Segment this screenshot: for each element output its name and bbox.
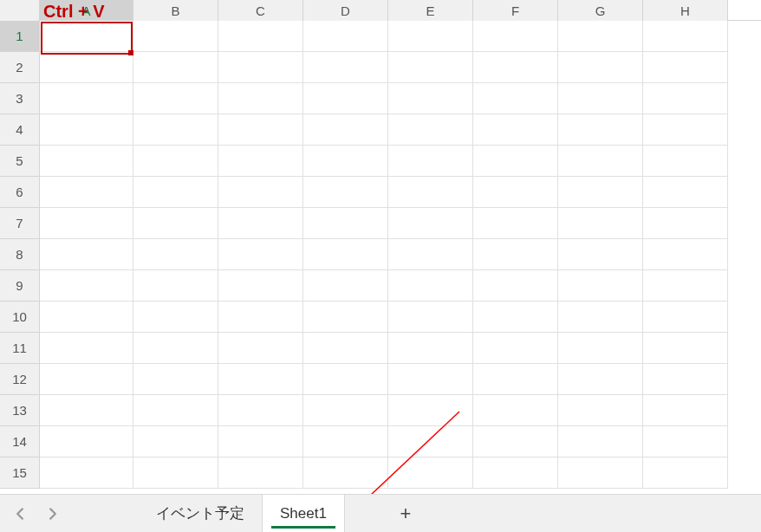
- cell[interactable]: [558, 52, 643, 83]
- column-header[interactable]: E: [388, 0, 473, 21]
- row-header[interactable]: 7: [0, 208, 40, 239]
- cell[interactable]: [643, 457, 728, 489]
- row-header[interactable]: 4: [0, 114, 40, 146]
- cell[interactable]: [643, 302, 728, 333]
- cell[interactable]: [388, 270, 473, 302]
- column-header[interactable]: G: [558, 0, 643, 21]
- cell[interactable]: [473, 426, 558, 457]
- column-header[interactable]: D: [303, 0, 388, 21]
- cell[interactable]: [133, 52, 218, 83]
- cell[interactable]: [133, 302, 218, 333]
- add-sheet-button[interactable]: +: [380, 495, 432, 532]
- cell[interactable]: [558, 146, 643, 177]
- cell[interactable]: [218, 21, 303, 52]
- cell[interactable]: [218, 333, 303, 364]
- column-header[interactable]: F: [473, 0, 558, 21]
- cell[interactable]: [388, 52, 473, 83]
- cell[interactable]: [303, 333, 388, 364]
- row-header[interactable]: 10: [0, 302, 40, 333]
- cell[interactable]: [388, 302, 473, 333]
- cell[interactable]: [473, 146, 558, 177]
- cell[interactable]: [218, 302, 303, 333]
- cell[interactable]: [473, 83, 558, 114]
- cell[interactable]: [218, 146, 303, 177]
- cell[interactable]: [303, 302, 388, 333]
- cell[interactable]: [218, 426, 303, 457]
- cell[interactable]: [643, 146, 728, 177]
- cell[interactable]: [218, 52, 303, 83]
- cell[interactable]: [218, 208, 303, 239]
- cell[interactable]: [40, 239, 133, 270]
- cell[interactable]: [133, 177, 218, 208]
- cell[interactable]: [558, 395, 643, 426]
- cell[interactable]: [643, 426, 728, 457]
- tab-nav-next[interactable]: [45, 495, 61, 533]
- cell[interactable]: [558, 457, 643, 489]
- row-header[interactable]: 5: [0, 146, 40, 177]
- cell[interactable]: [133, 333, 218, 364]
- cell[interactable]: [388, 21, 473, 52]
- cell[interactable]: [40, 333, 133, 364]
- cell[interactable]: [303, 426, 388, 457]
- cell[interactable]: [643, 114, 728, 146]
- cell[interactable]: [303, 177, 388, 208]
- cell[interactable]: [388, 177, 473, 208]
- cell[interactable]: [473, 239, 558, 270]
- cell[interactable]: [473, 457, 558, 489]
- cell[interactable]: [643, 83, 728, 114]
- row-header[interactable]: 9: [0, 270, 40, 302]
- cell[interactable]: [388, 457, 473, 489]
- row-header[interactable]: 2: [0, 52, 40, 83]
- row-header[interactable]: 11: [0, 333, 40, 364]
- cell[interactable]: [40, 302, 133, 333]
- cell[interactable]: [133, 239, 218, 270]
- cell[interactable]: [303, 395, 388, 426]
- cell[interactable]: [388, 426, 473, 457]
- cell[interactable]: [218, 457, 303, 489]
- cell[interactable]: [40, 21, 133, 52]
- cell[interactable]: [133, 426, 218, 457]
- cell[interactable]: [303, 83, 388, 114]
- cell[interactable]: [388, 239, 473, 270]
- cell[interactable]: [473, 208, 558, 239]
- cell[interactable]: [133, 364, 218, 395]
- row-header[interactable]: 1: [0, 21, 40, 52]
- cell[interactable]: [303, 114, 388, 146]
- cell[interactable]: [303, 52, 388, 83]
- cell[interactable]: [558, 426, 643, 457]
- cell[interactable]: [643, 177, 728, 208]
- cell[interactable]: [133, 114, 218, 146]
- cell[interactable]: [558, 114, 643, 146]
- cell[interactable]: [473, 364, 558, 395]
- cell[interactable]: [558, 208, 643, 239]
- cell[interactable]: [218, 364, 303, 395]
- cell[interactable]: [558, 270, 643, 302]
- cell[interactable]: [133, 83, 218, 114]
- cell[interactable]: [133, 270, 218, 302]
- cell[interactable]: [40, 177, 133, 208]
- sheet-tab[interactable]: Sheet1: [262, 494, 345, 532]
- cell[interactable]: [133, 208, 218, 239]
- cell[interactable]: [40, 426, 133, 457]
- column-header[interactable]: B: [133, 0, 218, 21]
- cell[interactable]: [303, 208, 388, 239]
- cell[interactable]: [558, 333, 643, 364]
- row-header[interactable]: 8: [0, 239, 40, 270]
- cell[interactable]: [388, 114, 473, 146]
- cell[interactable]: [40, 270, 133, 302]
- column-header[interactable]: C: [218, 0, 303, 21]
- row-header[interactable]: 14: [0, 426, 40, 457]
- cell[interactable]: [558, 239, 643, 270]
- row-header[interactable]: 12: [0, 364, 40, 395]
- select-all-corner[interactable]: [0, 0, 40, 21]
- cell[interactable]: [40, 114, 133, 146]
- cell[interactable]: [40, 83, 133, 114]
- cell[interactable]: [303, 239, 388, 270]
- cell[interactable]: [643, 52, 728, 83]
- cell[interactable]: [473, 52, 558, 83]
- cell[interactable]: [218, 270, 303, 302]
- cell[interactable]: [218, 114, 303, 146]
- cell[interactable]: [388, 83, 473, 114]
- cell[interactable]: [388, 208, 473, 239]
- cell[interactable]: [40, 146, 133, 177]
